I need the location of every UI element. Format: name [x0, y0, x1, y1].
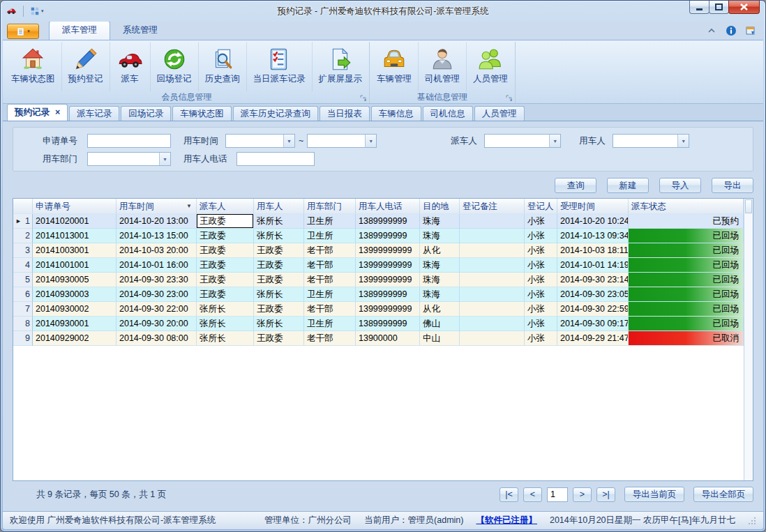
- import-button[interactable]: 导入: [659, 178, 701, 193]
- cell-use-time[interactable]: 2014-09-30 22:00: [117, 302, 197, 317]
- cell-registrar[interactable]: 小张: [525, 243, 557, 258]
- cell-user[interactable]: 张所长: [254, 214, 304, 229]
- row-indicator[interactable]: 9: [13, 331, 33, 346]
- order-no-input[interactable]: [87, 134, 171, 148]
- cell-phone[interactable]: 1389999999: [356, 214, 420, 229]
- ribbon-button[interactable]: 回场登记: [151, 42, 199, 91]
- table-row[interactable]: ►1201410200012014-10-20 13:00王政委张所长卫生所13…: [13, 214, 744, 229]
- row-indicator[interactable]: 2: [13, 229, 33, 243]
- cell-status[interactable]: 已取消: [629, 331, 744, 346]
- column-header-2[interactable]: 用车时间▼: [117, 199, 197, 214]
- export-all-pages-button[interactable]: 导出全部页: [693, 487, 753, 502]
- cell-status[interactable]: 已回场: [629, 273, 744, 287]
- cell-dept[interactable]: 老干部: [304, 243, 356, 258]
- last-page-button[interactable]: >|: [596, 487, 615, 502]
- table-row[interactable]: 4201410010012014-10-01 16:00王政委王政委老干部139…: [13, 258, 744, 273]
- column-header-7[interactable]: 目的地: [420, 199, 460, 214]
- use-time-from-select[interactable]: ▼: [225, 134, 295, 148]
- cell-dept[interactable]: 卫生所: [304, 317, 356, 331]
- cell-user[interactable]: 王政委: [254, 243, 304, 258]
- cell-order-no[interactable]: 20140930001: [33, 317, 117, 331]
- cell-phone[interactable]: 13999999999: [356, 302, 420, 317]
- cell-user[interactable]: 王政委: [254, 273, 304, 287]
- cell-registrar[interactable]: 小张: [525, 214, 557, 229]
- cell-remark[interactable]: [460, 302, 525, 317]
- cell-remark[interactable]: [460, 243, 525, 258]
- cell-use-time[interactable]: 2014-09-30 08:00: [117, 331, 197, 346]
- row-indicator[interactable]: 5: [13, 273, 33, 287]
- table-row[interactable]: 3201410030012014-10-03 20:00王政委王政委老干部139…: [13, 243, 744, 258]
- dropdown-arrow-icon[interactable]: ▼: [159, 153, 170, 165]
- cell-dept[interactable]: 老干部: [304, 302, 356, 317]
- cell-order-no[interactable]: 20141001001: [33, 258, 117, 273]
- cell-accept-time[interactable]: 2014-10-13 09:34: [557, 229, 629, 243]
- create-button[interactable]: 新建: [607, 178, 649, 193]
- ribbon-button[interactable]: 预约登记: [62, 42, 110, 91]
- document-tab-7[interactable]: 司机信息: [423, 106, 473, 121]
- cell-order-no[interactable]: 20140930005: [33, 273, 117, 287]
- column-header-11[interactable]: 派车状态: [629, 199, 744, 214]
- cell-dest[interactable]: 中山: [420, 331, 460, 346]
- cell-user[interactable]: 王政委: [254, 258, 304, 273]
- column-header-5[interactable]: 用车部门: [304, 199, 356, 214]
- document-tab-2[interactable]: 回场记录: [121, 106, 171, 121]
- column-header-0[interactable]: [13, 199, 33, 214]
- cell-registrar[interactable]: 小张: [525, 229, 557, 243]
- cell-dispatcher[interactable]: 王政委: [197, 214, 254, 229]
- column-header-4[interactable]: 用车人: [254, 199, 304, 214]
- row-indicator[interactable]: 8: [13, 317, 33, 331]
- switch-window-icon[interactable]: [745, 25, 756, 36]
- row-indicator[interactable]: 7: [13, 302, 33, 317]
- cell-order-no[interactable]: 20140930002: [33, 302, 117, 317]
- cell-status[interactable]: 已回场: [629, 229, 744, 243]
- cell-status[interactable]: 已回场: [629, 258, 744, 273]
- cell-phone[interactable]: 13900000: [356, 331, 420, 346]
- ribbon-button[interactable]: 司机管理: [419, 42, 467, 91]
- row-indicator[interactable]: ►1: [13, 214, 33, 229]
- cell-dest[interactable]: 从化: [420, 243, 460, 258]
- cell-use-time[interactable]: 2014-10-20 13:00: [117, 214, 197, 229]
- cell-dept[interactable]: 老干部: [304, 258, 356, 273]
- table-row[interactable]: 5201409300052014-09-30 23:30王政委王政委老干部139…: [13, 273, 744, 287]
- cell-phone[interactable]: 13999999999: [356, 273, 420, 287]
- ribbon-button[interactable]: 当日派车记录: [247, 42, 313, 91]
- cell-dispatcher[interactable]: 王政委: [197, 243, 254, 258]
- column-header-1[interactable]: 申请单号: [33, 199, 117, 214]
- resize-grip-icon[interactable]: [748, 517, 756, 525]
- dropdown-arrow-icon[interactable]: ▼: [283, 135, 294, 147]
- document-tab-8[interactable]: 人员管理: [474, 106, 525, 121]
- ribbon-button[interactable]: 历史查询: [199, 42, 247, 91]
- help-info-icon[interactable]: [726, 25, 737, 36]
- cell-dept[interactable]: 卫生所: [304, 287, 356, 302]
- dropdown-arrow-icon[interactable]: ▼: [365, 135, 376, 147]
- cell-remark[interactable]: [460, 273, 525, 287]
- cell-dest[interactable]: 佛山: [420, 317, 460, 331]
- cell-registrar[interactable]: 小张: [525, 317, 557, 331]
- cell-accept-time[interactable]: 2014-10-03 18:11: [557, 243, 629, 258]
- document-tab-5[interactable]: 当日报表: [320, 106, 370, 121]
- cell-phone[interactable]: 13999999999: [356, 243, 420, 258]
- column-header-8[interactable]: 登记备注: [460, 199, 525, 214]
- table-row[interactable]: 2201410130012014-10-13 15:00王政委张所长卫生所138…: [13, 229, 744, 243]
- dispatcher-select[interactable]: ▼: [484, 134, 561, 148]
- row-indicator[interactable]: 6: [13, 287, 33, 302]
- cell-status[interactable]: 已回场: [629, 302, 744, 317]
- close-button[interactable]: [728, 1, 760, 14]
- cell-status[interactable]: 已预约: [629, 214, 744, 229]
- page-number-input[interactable]: [547, 487, 568, 502]
- cell-use-time[interactable]: 2014-09-30 20:00: [117, 317, 197, 331]
- cell-dest[interactable]: 珠海: [420, 229, 460, 243]
- next-page-button[interactable]: >: [573, 487, 592, 502]
- cell-accept-time[interactable]: 2014-10-20 10:24: [557, 214, 629, 229]
- table-row[interactable]: 8201409300012014-09-30 20:00张所长张所长卫生所138…: [13, 317, 744, 331]
- prev-page-button[interactable]: <: [523, 487, 542, 502]
- cell-phone[interactable]: 13999999999: [356, 258, 420, 273]
- quick-access-toolbar[interactable]: ▾: [28, 6, 46, 17]
- dropdown-arrow-icon[interactable]: ▼: [549, 135, 560, 147]
- cell-dept[interactable]: 老干部: [304, 331, 356, 346]
- cell-status[interactable]: 已回场: [629, 287, 744, 302]
- phone-input[interactable]: [236, 152, 315, 166]
- cell-phone[interactable]: 1389999999: [356, 287, 420, 302]
- ribbon-tab-1[interactable]: 系统管理: [110, 22, 170, 40]
- cell-dispatcher[interactable]: 张所长: [197, 331, 254, 346]
